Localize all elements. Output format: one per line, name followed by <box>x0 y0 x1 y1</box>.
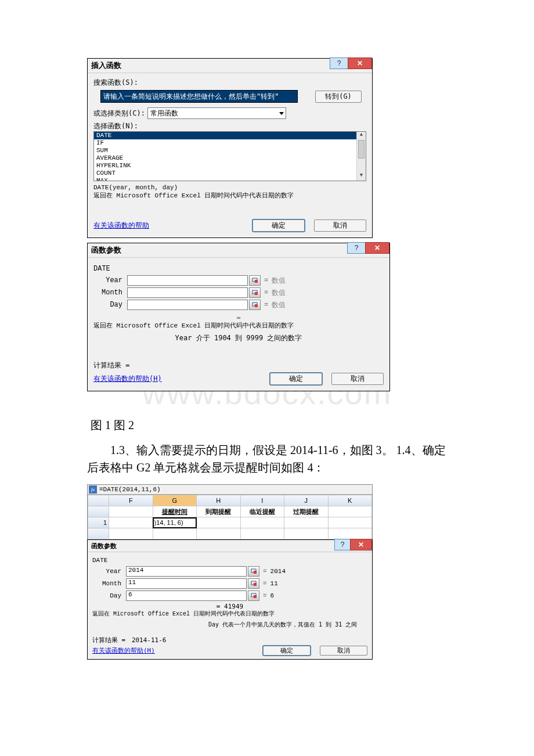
result-placeholder: = <box>93 314 384 322</box>
arg-label-year: Year <box>92 568 126 575</box>
help-icon[interactable]: ? <box>347 242 366 254</box>
list-item[interactable]: IF <box>94 139 366 147</box>
dialog-title: 函数参数 <box>88 542 120 550</box>
cancel-button[interactable]: 取消 <box>314 219 366 232</box>
select-all-corner[interactable] <box>88 495 109 506</box>
close-icon[interactable]: ✕ <box>348 57 372 69</box>
list-item[interactable]: DATE <box>94 132 366 139</box>
help-icon[interactable]: ? <box>330 57 348 69</box>
category-value: 常用函数 <box>150 109 178 118</box>
cell[interactable]: 过期提醒 <box>284 506 329 517</box>
list-item[interactable]: SUM <box>94 147 366 154</box>
calc-result-label: 计算结果 = <box>93 361 129 369</box>
arg-result: 数值 <box>272 288 286 298</box>
function-listbox[interactable]: DATE IF SUM AVERAGE HYPERLINK COUNT MAX … <box>93 131 366 181</box>
cell[interactable] <box>240 517 284 528</box>
cell[interactable] <box>328 506 372 517</box>
cell[interactable] <box>240 528 284 539</box>
list-item[interactable]: HYPERLINK <box>94 162 366 170</box>
excel-snippet: fx =DATE(2014,11,6) F G H I J K 提醒时间 到期提… <box>87 484 373 540</box>
range-picker-icon[interactable] <box>249 275 261 286</box>
fx-icon[interactable]: fx <box>89 485 97 494</box>
range-picker-icon[interactable] <box>248 591 259 601</box>
ok-button[interactable]: 确定 <box>270 373 322 385</box>
year-field[interactable]: 2014 <box>126 566 247 577</box>
function-description: 返回在 Microsoft Office Excel 日期时间代码中代表日期的数… <box>93 322 384 330</box>
close-icon[interactable]: ✕ <box>350 539 372 550</box>
titlebar: 插入函数 ? ✕ <box>88 59 372 73</box>
search-input[interactable]: 请输入一条简短说明来描述您想做什么，然后单击"转到" <box>100 90 298 103</box>
go-button[interactable]: 转到(G) <box>315 91 362 103</box>
cell[interactable] <box>328 517 372 528</box>
list-item[interactable]: COUNT <box>94 170 366 177</box>
cell[interactable] <box>109 506 153 517</box>
row-header[interactable]: 1 <box>88 517 109 528</box>
list-item[interactable]: MAX <box>94 177 366 181</box>
function-name: DATE <box>93 265 384 273</box>
col-header[interactable]: J <box>284 495 329 506</box>
help-link[interactable]: 有关该函数的帮助(H) <box>92 646 155 655</box>
list-item[interactable]: AVERAGE <box>94 154 366 162</box>
cell-selected[interactable]: )14, 11, 6) <box>153 517 197 528</box>
equals-sign: = <box>264 276 268 285</box>
help-icon[interactable]: ? <box>334 539 351 550</box>
function-name: DATE <box>92 557 367 564</box>
cancel-button[interactable]: 取消 <box>320 646 367 656</box>
cell[interactable] <box>328 528 372 539</box>
cell[interactable]: 提醒时间 <box>153 506 197 517</box>
cell[interactable] <box>197 517 241 528</box>
day-field[interactable]: 6 <box>126 591 247 601</box>
function-args-dialog: 函数参数 ? ✕ DATE Year = 数值 Month = 数值 Day =… <box>87 243 390 391</box>
scroll-thumb[interactable] <box>358 140 365 159</box>
arg-result: 数值 <box>272 276 286 286</box>
equals-sign: = <box>263 592 267 599</box>
titlebar: 函数参数 ? ✕ <box>88 243 389 258</box>
cell[interactable] <box>109 517 153 528</box>
cell[interactable] <box>284 517 329 528</box>
equals-sign: = <box>264 301 268 309</box>
equals-sign: = <box>263 568 267 575</box>
formula-bar[interactable]: =DATE(2014,11,6) <box>99 486 161 493</box>
col-header[interactable]: I <box>240 495 284 506</box>
titlebar: 函数参数 ? ✕ <box>88 540 372 552</box>
row-header[interactable] <box>88 528 109 539</box>
col-header[interactable]: G <box>153 495 197 506</box>
function-description: 返回在 Microsoft Office Excel 日期时间代码中代表日期的数… <box>93 192 366 200</box>
row-header[interactable] <box>88 506 109 517</box>
range-picker-icon[interactable] <box>248 578 259 589</box>
ok-button[interactable]: 确定 <box>263 646 311 656</box>
cell[interactable] <box>109 528 153 539</box>
cell[interactable] <box>153 528 197 539</box>
help-link[interactable]: 有关该函数的帮助(H) <box>93 374 162 384</box>
col-header[interactable]: F <box>109 495 153 506</box>
cell[interactable] <box>197 528 241 539</box>
cell[interactable]: 临近提醒 <box>240 506 284 517</box>
cancel-button[interactable]: 取消 <box>331 373 384 385</box>
scroll-up-icon[interactable]: ▲ <box>357 132 366 140</box>
scroll-down-icon[interactable]: ▼ <box>357 172 366 181</box>
col-header[interactable]: H <box>197 495 241 506</box>
ok-button[interactable]: 确定 <box>252 219 305 232</box>
cell[interactable]: 到期提醒 <box>197 506 241 517</box>
month-field[interactable] <box>127 287 248 298</box>
category-label: 或选择类别(C): <box>93 109 145 118</box>
year-field[interactable] <box>127 275 248 286</box>
range-picker-icon[interactable] <box>248 566 259 577</box>
calc-result-label: 计算结果 = <box>92 636 125 644</box>
arg-label-day: Day <box>92 592 126 599</box>
dialog-title: 插入函数 <box>88 60 125 71</box>
equals-sign: = <box>264 289 268 297</box>
help-link[interactable]: 有关该函数的帮助 <box>93 221 149 231</box>
category-select[interactable]: 常用函数 <box>147 107 286 119</box>
range-picker-icon[interactable] <box>249 300 261 310</box>
cell[interactable] <box>284 528 329 539</box>
scrollbar[interactable]: ▲ ▼ <box>356 132 366 181</box>
month-field[interactable]: 11 <box>126 578 247 589</box>
day-field[interactable] <box>127 300 248 310</box>
arg-result: 6 <box>270 592 275 599</box>
col-header[interactable]: K <box>328 495 372 506</box>
range-picker-icon[interactable] <box>249 287 261 298</box>
result-value: = 41949 <box>92 603 367 610</box>
select-function-label: 选择函数(N): <box>93 121 366 131</box>
close-icon[interactable]: ✕ <box>365 242 389 254</box>
